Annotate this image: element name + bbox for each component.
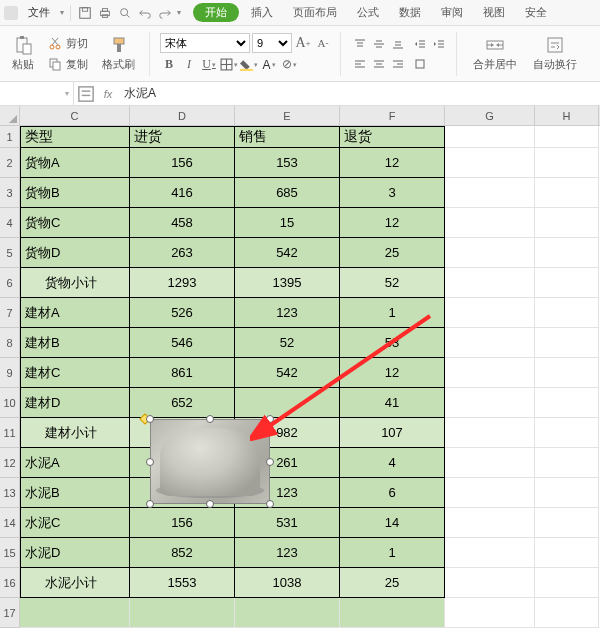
cell-ret[interactable]: 3 (340, 178, 445, 208)
cut-button[interactable]: 剪切 (44, 34, 92, 53)
row-header[interactable]: 12 (0, 448, 20, 478)
cell[interactable] (445, 448, 535, 478)
row-header[interactable]: 1 (0, 126, 20, 148)
cell-ret[interactable]: 12 (340, 358, 445, 388)
cell[interactable] (535, 478, 599, 508)
cell[interactable] (445, 328, 535, 358)
cell[interactable] (445, 568, 535, 598)
resize-handle-icon[interactable] (146, 458, 154, 466)
align-center-icon[interactable] (370, 55, 388, 73)
cell-ret[interactable]: 12 (340, 148, 445, 178)
tab-formula[interactable]: 公式 (349, 3, 387, 22)
cell[interactable] (20, 598, 130, 628)
cell-sale[interactable]: 123 (235, 538, 340, 568)
cell-in[interactable]: 861 (130, 358, 235, 388)
cell[interactable] (445, 208, 535, 238)
font-color-icon[interactable]: A (260, 56, 278, 74)
resize-handle-icon[interactable] (146, 500, 154, 508)
undo-icon[interactable] (137, 5, 153, 21)
cell-type[interactable]: 货物A (20, 148, 130, 178)
cell-in[interactable]: 1293 (130, 268, 235, 298)
cell-sale[interactable]: 542 (235, 358, 340, 388)
resize-handle-icon[interactable] (146, 415, 154, 423)
cell-type[interactable]: 水泥B (20, 478, 130, 508)
orientation-icon[interactable] (411, 55, 429, 73)
cell[interactable] (535, 598, 599, 628)
cell[interactable] (535, 178, 599, 208)
cell-in[interactable]: 156 (130, 508, 235, 538)
cell-type[interactable]: 建材D (20, 388, 130, 418)
bold-icon[interactable]: B (160, 56, 178, 74)
cell[interactable] (445, 148, 535, 178)
cell[interactable] (445, 418, 535, 448)
cell-ret[interactable]: 53 (340, 328, 445, 358)
cell[interactable] (535, 418, 599, 448)
cell[interactable] (535, 538, 599, 568)
cell[interactable] (445, 126, 535, 148)
row-header[interactable]: 17 (0, 598, 20, 628)
cell-type[interactable]: 水泥D (20, 538, 130, 568)
cell-type[interactable]: 货物B (20, 178, 130, 208)
embedded-image[interactable] (150, 419, 270, 504)
cell-type[interactable]: 建材C (20, 358, 130, 388)
col-header-E[interactable]: E (235, 106, 340, 125)
row-header[interactable]: 7 (0, 298, 20, 328)
print-icon[interactable] (97, 5, 113, 21)
cell-ret[interactable]: 41 (340, 388, 445, 418)
resize-handle-icon[interactable] (206, 500, 214, 508)
col-header-D[interactable]: D (130, 106, 235, 125)
tab-insert[interactable]: 插入 (243, 3, 281, 22)
cell[interactable] (445, 358, 535, 388)
cell-ret[interactable]: 1 (340, 298, 445, 328)
cell-sale[interactable]: 15 (235, 208, 340, 238)
row-header[interactable]: 13 (0, 478, 20, 508)
borders-icon[interactable] (220, 56, 238, 74)
select-all-corner[interactable] (0, 106, 20, 125)
cell-type[interactable]: 建材小计 (20, 418, 130, 448)
underline-icon[interactable]: U (200, 56, 218, 74)
cell[interactable] (535, 448, 599, 478)
cell[interactable] (535, 208, 599, 238)
cell-sale[interactable]: 123 (235, 298, 340, 328)
cell-sale[interactable]: 685 (235, 178, 340, 208)
header-type[interactable]: 类型 (20, 126, 130, 148)
cell[interactable] (445, 388, 535, 418)
cell-in[interactable]: 263 (130, 238, 235, 268)
cell[interactable] (235, 598, 340, 628)
cell-in[interactable]: 546 (130, 328, 235, 358)
col-header-F[interactable]: F (340, 106, 445, 125)
font-name-select[interactable]: 宋体 (160, 33, 250, 53)
cell[interactable] (445, 508, 535, 538)
cell[interactable] (535, 238, 599, 268)
cell-in[interactable]: 416 (130, 178, 235, 208)
tab-start[interactable]: 开始 (193, 3, 239, 22)
cell-sale[interactable]: 542 (235, 238, 340, 268)
align-middle-icon[interactable] (370, 35, 388, 53)
cell[interactable] (535, 358, 599, 388)
cell-in[interactable]: 526 (130, 298, 235, 328)
worksheet-info-icon[interactable] (76, 84, 96, 104)
col-header-G[interactable]: G (445, 106, 535, 125)
header-ret[interactable]: 退货 (340, 126, 445, 148)
resize-handle-icon[interactable] (206, 415, 214, 423)
row-header[interactable]: 14 (0, 508, 20, 538)
cell-in[interactable]: 852 (130, 538, 235, 568)
align-right-icon[interactable] (389, 55, 407, 73)
cell[interactable] (535, 388, 599, 418)
resize-handle-icon[interactable] (266, 500, 274, 508)
cell[interactable] (535, 148, 599, 178)
resize-handle-icon[interactable] (266, 458, 274, 466)
cell[interactable] (130, 598, 235, 628)
cell[interactable] (340, 598, 445, 628)
file-menu-dropdown-icon[interactable]: ▾ (60, 8, 64, 17)
cell-ret[interactable]: 1 (340, 538, 445, 568)
cell[interactable] (445, 298, 535, 328)
cell[interactable] (445, 178, 535, 208)
cell-type[interactable]: 货物D (20, 238, 130, 268)
cell-sale[interactable]: 52 (235, 328, 340, 358)
fx-icon[interactable]: fx (98, 88, 118, 100)
cell[interactable] (535, 126, 599, 148)
cell-sale[interactable]: 531 (235, 508, 340, 538)
copy-button[interactable]: 复制 (44, 55, 92, 74)
tab-layout[interactable]: 页面布局 (285, 3, 345, 22)
